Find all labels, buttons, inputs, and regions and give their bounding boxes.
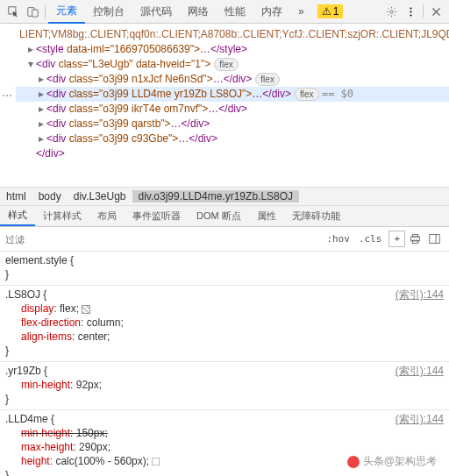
source-link[interactable]: (索引):144	[396, 412, 444, 426]
main-toolbar: 元素 控制台 源代码 网络 性能 内存 » ⚠1	[0, 0, 449, 24]
tab-overflow[interactable]: »	[290, 0, 312, 24]
tab-performance[interactable]: 性能	[217, 0, 253, 24]
source-link[interactable]: (索引):144	[396, 364, 444, 378]
dom-node[interactable]: ▸<style data-iml="1669705086639">…</styl…	[16, 42, 449, 57]
dots-icon[interactable]	[401, 2, 420, 21]
flex-pill[interactable]: flex	[214, 58, 239, 71]
dom-node[interactable]: ▾<div class="L3eUgb" data-hveid="1">flex	[16, 57, 449, 72]
filter-input[interactable]	[5, 234, 58, 245]
hov-toggle[interactable]: :hov	[322, 231, 354, 246]
watermark-icon	[347, 456, 360, 468]
dollar-ref: == $0	[322, 88, 353, 100]
styles-tabbar: 样式 计算样式 布局 事件监听器 DOM 断点 属性 无障碍功能	[0, 206, 449, 227]
crumb-item[interactable]: div.L3eUgb	[68, 190, 132, 202]
dom-attr-overflow[interactable]: LIENT;VM8bg:.CLIENT;qqf0n:.CLIENT;A8708b…	[16, 27, 449, 42]
cls-toggle[interactable]: .cls	[354, 231, 387, 246]
tab-network[interactable]: 网络	[180, 0, 217, 24]
stab-dombp[interactable]: DOM 断点	[189, 206, 249, 226]
tab-sources[interactable]: 源代码	[132, 0, 180, 24]
stab-computed[interactable]: 计算样式	[35, 206, 89, 226]
svg-rect-2	[32, 10, 38, 17]
separator	[45, 4, 46, 18]
stab-props[interactable]: 属性	[249, 206, 284, 226]
dom-node[interactable]: ▸<div class="o3j99 n1xJcf Ne6nSd">…</div…	[16, 72, 449, 87]
line-actions-icon[interactable]: ⋯	[2, 89, 12, 103]
stab-layout[interactable]: 布局	[89, 206, 125, 226]
svg-point-5	[410, 11, 411, 12]
dom-node-selected[interactable]: ⋯▸<div class="o3j99 LLD4me yr19Zb LS8OJ"…	[16, 87, 449, 102]
source-link[interactable]: (索引):144	[396, 288, 444, 302]
dom-node[interactable]: </div>	[16, 146, 449, 161]
stab-a11y[interactable]: 无障碍功能	[284, 206, 348, 226]
new-rule-button[interactable]: +	[388, 231, 405, 247]
svg-point-3	[389, 10, 392, 12]
watermark: 头条@架构思考	[347, 454, 437, 469]
panel-tabs: 元素 控制台 源代码 网络 性能 内存 »	[48, 0, 312, 24]
tab-elements[interactable]: 元素	[48, 0, 85, 24]
warning-badge[interactable]: ⚠1	[317, 4, 344, 18]
sidebar-toggle-icon[interactable]	[424, 233, 444, 245]
tab-console[interactable]: 控制台	[85, 0, 132, 24]
dom-node[interactable]: ▸<div class="o3j99 ikrT4e om7nvf">…</div…	[16, 102, 449, 117]
style-rule[interactable]: element.style { }	[0, 252, 449, 286]
flex-pill[interactable]: flex	[295, 88, 319, 101]
styles-pane[interactable]: element.style { } .LS8OJ {(索引):144 displ…	[0, 252, 449, 476]
tab-memory[interactable]: 内存	[253, 0, 290, 24]
separator	[423, 4, 424, 18]
svg-point-6	[410, 14, 411, 16]
calc-icon[interactable]	[152, 458, 160, 465]
style-rule[interactable]: .LS8OJ {(索引):144 display: flex; flex-dir…	[0, 286, 449, 362]
svg-rect-10	[429, 235, 438, 244]
dom-tree[interactable]: LIENT;VM8bg:.CLIENT;qqf0n:.CLIENT;A8708b…	[0, 24, 449, 187]
styles-filter-row: :hov .cls +	[0, 227, 449, 252]
print-icon[interactable]	[405, 233, 424, 245]
gear-icon[interactable]	[381, 2, 401, 21]
dom-breadcrumb: html body div.L3eUgb div.o3j99.LLD4me.yr…	[0, 187, 449, 206]
crumb-item[interactable]: html	[0, 190, 32, 202]
crumb-item[interactable]: body	[32, 190, 68, 202]
svg-point-4	[410, 7, 411, 9]
crumb-item-selected[interactable]: div.o3j99.LLD4me.yr19Zb.LS8OJ	[132, 190, 300, 202]
stab-listeners[interactable]: 事件监听器	[125, 206, 189, 226]
dom-node[interactable]: ▸<div class="o3j99 c93Gbe">…</div>	[16, 131, 449, 146]
device-icon[interactable]	[23, 2, 42, 21]
svg-rect-8	[412, 235, 418, 237]
inspect-icon[interactable]	[4, 2, 23, 21]
dom-node[interactable]: ▸<div class="o3j99 qarstb">…</div>	[16, 117, 449, 131]
style-rule[interactable]: .yr19Zb {(索引):144 min-height: 92px; }	[0, 362, 449, 410]
stab-styles[interactable]: 样式	[0, 206, 35, 226]
close-icon[interactable]	[426, 2, 445, 21]
flex-pill[interactable]: flex	[255, 73, 280, 86]
flex-editor-icon[interactable]	[82, 305, 90, 314]
